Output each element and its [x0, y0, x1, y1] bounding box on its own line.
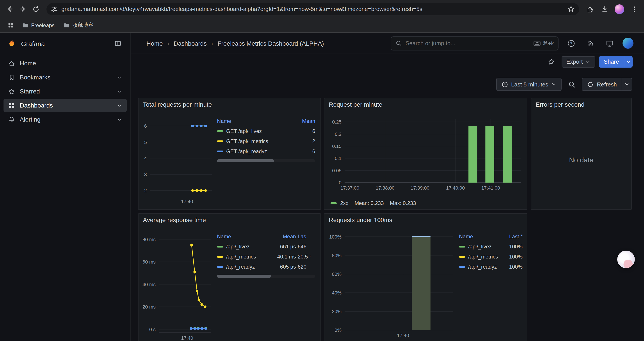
news-button[interactable] [584, 37, 597, 50]
chevron-down-icon[interactable] [116, 74, 122, 80]
panel-title[interactable]: Request per minute [324, 98, 527, 111]
legend-column-header[interactable]: Mean [270, 233, 296, 239]
svg-text:?: ? [570, 41, 572, 46]
panel-title[interactable]: Average response time [138, 214, 320, 226]
legend-request-per-minute[interactable]: 2xxMean: 0.233Max: 0.233 [324, 197, 527, 209]
data-point[interactable] [196, 290, 198, 292]
sidebar-item-dashboards[interactable]: Dashboards [4, 99, 127, 112]
chevron-down-icon[interactable] [116, 117, 122, 122]
data-point[interactable] [190, 327, 192, 330]
legend-column-header[interactable]: Last * [501, 233, 522, 239]
panel-title[interactable]: Errors per second [531, 98, 631, 111]
user-avatar[interactable] [622, 38, 634, 49]
data-point[interactable] [190, 244, 193, 246]
favorite-dashboard-button[interactable] [545, 55, 558, 68]
data-point[interactable] [200, 303, 203, 306]
bar[interactable] [468, 126, 477, 183]
kiosk-mode-button[interactable] [603, 37, 616, 50]
grafana-logo[interactable] [7, 39, 17, 48]
sidebar-item-alerting[interactable]: Alerting [4, 113, 127, 126]
legend-row[interactable]: /api/_livez661 µs646 [217, 241, 315, 251]
legend-scrollbar[interactable] [217, 275, 315, 278]
zoom-out-icon [568, 81, 576, 88]
extensions-button[interactable] [584, 3, 596, 15]
back-button[interactable] [4, 3, 16, 15]
data-point[interactable] [201, 327, 204, 330]
refresh-interval-button[interactable] [622, 78, 632, 91]
data-point[interactable] [197, 327, 200, 330]
legend-row[interactable]: /api/_readyz605 µs620 [217, 261, 315, 272]
floating-assistant-avatar[interactable] [617, 251, 635, 268]
chart-average-response-time[interactable]: 80 ms60 ms40 ms20 ms0 s17:40 [138, 226, 215, 341]
refresh-button[interactable]: Refresh [582, 78, 622, 91]
breadcrumb-home[interactable]: Home [146, 40, 163, 47]
data-point[interactable] [204, 305, 206, 308]
search-bar[interactable]: ⌘+k [390, 36, 558, 50]
legend-column-header[interactable]: Name [217, 233, 269, 239]
data-point[interactable] [196, 125, 198, 127]
chart-total-requests[interactable]: 6543217:40 [138, 111, 215, 209]
legend-row[interactable]: GET /api/_readyz6 [217, 146, 315, 156]
data-point[interactable] [191, 125, 194, 127]
legend-row[interactable]: /api/_metrics100% [459, 251, 522, 261]
y-axis-label: 20% [332, 309, 342, 314]
data-point[interactable] [204, 327, 207, 330]
legend-row[interactable]: /api/_metrics40.1 ms20.5 r [217, 251, 315, 261]
browser-menu-button[interactable] [628, 3, 640, 15]
browser-profile-button[interactable] [613, 3, 626, 15]
url-text[interactable]: grafana.mathmast.com/d/deytv4rwavabkb/fr… [62, 6, 567, 12]
legend-row[interactable]: GET /api/_metrics2 [217, 136, 315, 146]
apps-shortcut-button[interactable] [4, 19, 17, 31]
refresh-label: Refresh [597, 81, 617, 88]
legend-scrollbar-thumb[interactable] [217, 159, 274, 162]
breadcrumb-dashboards[interactable]: Dashboards [174, 40, 207, 47]
data-point[interactable] [200, 125, 202, 127]
time-range-picker[interactable]: Last 5 minutes [496, 78, 562, 91]
sidebar-item-starred[interactable]: Starred [4, 85, 127, 98]
bookmark-folder-freeleaps[interactable]: Freeleaps [18, 21, 58, 30]
data-point[interactable] [198, 299, 200, 301]
legend-series-name[interactable]: 2xx [340, 200, 348, 206]
bar[interactable] [412, 237, 430, 330]
help-button[interactable]: ? [565, 37, 578, 50]
zoom-out-button[interactable] [565, 78, 578, 91]
chart-request-per-minute[interactable]: 0.250.20.150.10.05017:37:0017:38:0017:39… [324, 111, 527, 197]
dock-menu-button[interactable] [112, 37, 124, 50]
data-point[interactable] [196, 189, 198, 192]
bar[interactable] [485, 126, 494, 183]
panel-title[interactable]: Requests under 100ms [324, 214, 527, 226]
chevron-down-icon[interactable] [116, 103, 122, 108]
share-menu-button[interactable] [624, 56, 632, 67]
site-settings-icon[interactable] [51, 6, 58, 13]
export-button[interactable]: Export [561, 56, 595, 67]
data-point[interactable] [200, 189, 202, 192]
legend-column-header[interactable]: Name [459, 233, 499, 239]
search-input[interactable] [406, 40, 530, 47]
reload-button[interactable] [30, 3, 42, 15]
legend-row[interactable]: /api/_livez100% [459, 241, 522, 251]
legend-scrollbar-thumb[interactable] [217, 275, 271, 278]
legend-row[interactable]: /api/_readyz100% [459, 261, 522, 272]
chart-requests-under-100ms[interactable]: 100%80%60%40%20%0%17:40 [324, 226, 457, 341]
url-bar[interactable]: grafana.mathmast.com/d/deytv4rwavabkb/fr… [46, 3, 579, 15]
bookmark-folder-blogs[interactable]: 收藏博客 [60, 20, 97, 30]
data-point[interactable] [204, 125, 207, 127]
legend-column-header[interactable]: Mean [295, 118, 315, 124]
legend-column-header[interactable]: Las [298, 233, 315, 239]
legend-row[interactable]: GET /api/_livez6 [217, 126, 315, 136]
sidebar-item-home[interactable]: Home [4, 57, 127, 70]
bookmark-star-icon[interactable] [567, 5, 575, 13]
downloads-button[interactable] [598, 3, 611, 15]
sidebar-item-bookmarks[interactable]: Bookmarks [4, 71, 127, 84]
share-button[interactable]: Share [599, 56, 624, 67]
legend-scrollbar[interactable] [217, 159, 315, 162]
data-point[interactable] [193, 270, 196, 273]
panel-title[interactable]: Total requests per minute [138, 98, 320, 111]
data-point[interactable] [191, 189, 194, 192]
legend-column-header[interactable]: Name [217, 118, 293, 124]
data-point[interactable] [193, 327, 196, 330]
chevron-down-icon[interactable] [116, 88, 122, 94]
data-point[interactable] [204, 189, 207, 192]
forward-button[interactable] [17, 3, 29, 15]
bar[interactable] [503, 126, 512, 183]
